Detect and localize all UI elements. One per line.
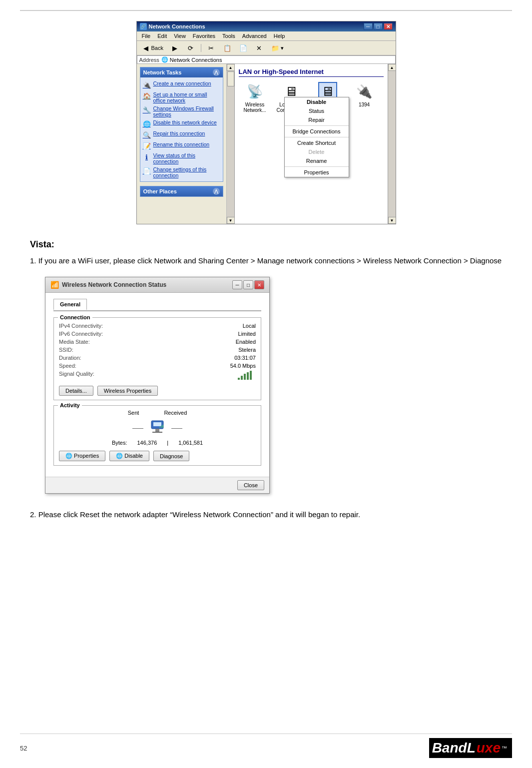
scroll-thumb[interactable]	[227, 71, 234, 86]
close-button[interactable]: ✕	[384, 23, 393, 30]
copy-button[interactable]: 📋	[220, 42, 234, 53]
scroll-up-button[interactable]: ▲	[227, 64, 235, 71]
ctx-properties[interactable]: Properties	[285, 168, 349, 177]
close-dialog-button[interactable]: Close	[237, 480, 264, 490]
field-media: Media State: Enabled	[59, 338, 256, 346]
scroll-down-button[interactable]: ▼	[227, 217, 235, 224]
signal-value	[238, 371, 256, 381]
vista-maximize[interactable]: □	[243, 280, 253, 289]
xp-content: Network Tasks ⋀ 🔌 Create a new connectio…	[137, 64, 396, 224]
ctx-disable[interactable]: Disable	[285, 97, 349, 106]
menu-advanced[interactable]: Advanced	[239, 32, 270, 39]
task-repair[interactable]: 🔍 Repair this connection	[142, 129, 221, 140]
svg-rect-2	[244, 374, 246, 380]
ctx-rename[interactable]: Rename	[285, 156, 349, 165]
ssid-label: SSID:	[59, 347, 119, 353]
step2-content: 2. Please click Reset the network adapte…	[30, 510, 360, 519]
task-setup-network[interactable]: 🏠 Set up a home or small office network	[142, 90, 221, 104]
ctx-sep3	[285, 166, 349, 167]
xp-window-icon: 🔗	[140, 23, 147, 30]
paste-button[interactable]: 📄	[236, 42, 250, 53]
menu-tools[interactable]: Tools	[219, 32, 238, 39]
network-tasks-items: 🔌 Create a new connection 🏠 Set up a hom…	[140, 77, 223, 181]
address-text: Network Connections	[170, 57, 222, 63]
address-label: Address	[139, 57, 159, 63]
cut-icon: ✂	[207, 43, 216, 52]
svg-rect-7	[155, 429, 159, 432]
icon-wireless[interactable]: 📡 WirelessNetwork...	[239, 82, 271, 113]
svg-rect-6	[153, 422, 161, 426]
signal-bars-icon	[238, 371, 256, 380]
refresh-button[interactable]: ⟳	[184, 42, 198, 53]
task-change-windows[interactable]: 🔧 Change Windows Firewall settings	[142, 104, 221, 118]
delete-button[interactable]: ✕	[252, 42, 266, 53]
vista-minimize[interactable]: ─	[232, 280, 242, 289]
forward-button[interactable]: ▶	[168, 42, 182, 53]
menu-file[interactable]: File	[139, 32, 154, 39]
task-rename[interactable]: 📝 Rename this connection	[142, 140, 221, 151]
task-change-settings[interactable]: 📄 Change settings of this connection	[142, 165, 221, 179]
svg-rect-0	[238, 378, 240, 380]
folders-button[interactable]: 📁 ▾	[268, 42, 286, 53]
maximize-button[interactable]: □	[374, 23, 383, 30]
received-label: Received	[164, 410, 187, 416]
bottom-buttons-row: 🌐 Properties 🌐 Disable Diagnose	[59, 451, 256, 461]
menu-view[interactable]: View	[171, 32, 189, 39]
ctx-create-shortcut[interactable]: Create Shortcut	[285, 138, 349, 147]
vista-screenshot: 📶 Wireless Network Connection Status ─ □…	[45, 277, 270, 494]
ctx-delete: Delete	[285, 147, 349, 156]
icon-lan1[interactable]: 🖥 Local AreaConnection Disable Status Re…	[312, 82, 344, 113]
cut-button[interactable]: ✂	[204, 42, 218, 53]
section-title: LAN or High-Speed Internet	[239, 68, 384, 77]
task-disable-device[interactable]: 🌐 Disable this network device	[142, 118, 221, 129]
scroll-track	[227, 71, 234, 217]
xp-menubar: File Edit View Favorites Tools Advanced …	[137, 31, 396, 41]
address-icon: 🌐	[161, 56, 168, 63]
activity-center: Sent Received ——	[59, 410, 256, 446]
connection-group-title: Connection	[58, 314, 92, 320]
minimize-button[interactable]: ─	[364, 23, 373, 30]
speed-value: 54.0 Mbps	[230, 363, 256, 369]
network-tasks-collapse[interactable]: ⋀	[213, 69, 220, 76]
ctx-status[interactable]: Status	[285, 106, 349, 115]
properties-icon: 🌐	[65, 453, 72, 459]
main-scroll-down[interactable]: ▼	[388, 217, 396, 224]
back-button[interactable]: ◀ Back	[139, 42, 166, 53]
other-places-title: Other Places	[143, 188, 177, 194]
menu-favorites[interactable]: Favorites	[190, 32, 218, 39]
diagnose-button[interactable]: Diagnose	[153, 451, 189, 461]
ctx-repair[interactable]: Repair	[285, 115, 349, 124]
wireless-properties-button[interactable]: Wireless Properties	[97, 386, 158, 396]
menu-edit[interactable]: Edit	[154, 32, 170, 39]
bytes-row: Bytes: 146,376 | 1,061,581	[112, 440, 203, 446]
tab-general[interactable]: General	[53, 299, 87, 310]
vista-close[interactable]: ✕	[254, 280, 264, 289]
delete-icon: ✕	[255, 43, 264, 52]
ctx-bridge[interactable]: Bridge Connections	[285, 127, 349, 136]
vista-title-text: Wireless Network Connection Status	[62, 281, 229, 288]
menu-help[interactable]: Help	[271, 32, 288, 39]
speed-label: Speed:	[59, 363, 119, 369]
xp-address-bar: Address 🌐 Network Connections	[137, 55, 396, 64]
activity-inner: Sent Received ——	[59, 410, 256, 446]
other-places-collapse[interactable]: ⋀	[213, 188, 220, 195]
other-places-panel: Other Places ⋀	[140, 186, 223, 197]
sent-bytes: 146,376	[137, 440, 157, 446]
xp-sidebar-wrapper: Network Tasks ⋀ 🔌 Create a new connectio…	[137, 64, 235, 224]
ipv6-label: IPv6 Connectivity:	[59, 331, 119, 337]
brandluxe-logo: BandLuxe™	[429, 738, 512, 758]
icon-1394[interactable]: 🔌 1394	[348, 82, 381, 107]
main-scroll-up[interactable]: ▲	[388, 64, 396, 71]
disable-button[interactable]: 🌐 Disable	[109, 451, 149, 461]
svg-rect-11	[162, 425, 163, 428]
step2-text: 2. Please click Reset the network adapte…	[30, 509, 502, 521]
received-bytes: 1,061,581	[178, 440, 203, 446]
details-button[interactable]: Details...	[59, 386, 93, 396]
connection-group: Connection IPv4 Connectivity: Local IPv6…	[53, 317, 261, 400]
task-view-status[interactable]: ℹ View status of this connection	[142, 151, 221, 165]
task-icon-repair: 🔍	[142, 130, 151, 139]
field-ipv6: IPv6 Connectivity: Limited	[59, 330, 256, 338]
task-create-connection[interactable]: 🔌 Create a new connection	[142, 79, 221, 90]
svg-rect-9	[159, 427, 160, 428]
properties-button[interactable]: 🌐 Properties	[59, 451, 105, 461]
